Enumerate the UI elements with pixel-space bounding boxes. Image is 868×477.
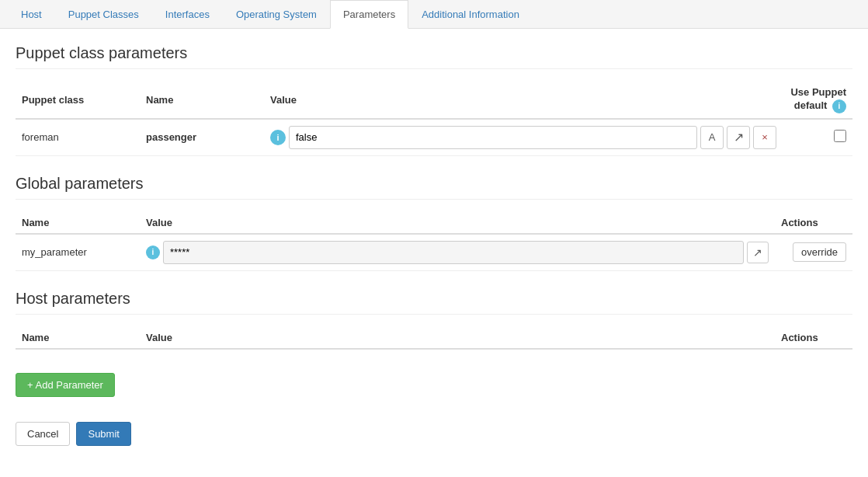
global-th-actions: Actions [775, 212, 852, 234]
font-icon-button[interactable]: A [700, 126, 724, 149]
tab-puppet-classes[interactable]: Puppet Classes [55, 0, 152, 29]
global-info-icon[interactable]: i [146, 245, 160, 259]
global-section-title: Global parameters [16, 175, 852, 200]
global-param-value-cell: i ↗ [140, 234, 775, 271]
tab-bar: Host Puppet Classes Interfaces Operating… [0, 0, 868, 29]
puppet-class-table: Puppet class Name Value Use Puppet defau… [16, 82, 852, 156]
main-content: Puppet class parameters Puppet class Nam… [0, 29, 868, 469]
tab-parameters[interactable]: Parameters [330, 0, 408, 29]
tab-host[interactable]: Host [8, 0, 55, 29]
table-row: my_parameter i ↗ override [16, 234, 852, 271]
clear-icon-button[interactable]: × [753, 126, 776, 149]
global-expand-button[interactable]: ↗ [747, 242, 769, 263]
th-name: Name [140, 82, 264, 119]
param-value-cell: i A ↗ × [264, 119, 783, 156]
host-th-value: Value [140, 327, 775, 349]
global-value-input[interactable] [163, 241, 744, 264]
th-value: Value [264, 82, 783, 119]
global-params-table: Name Value Actions my_parameter i ↗ [16, 212, 852, 271]
tab-additional-information[interactable]: Additional Information [408, 0, 533, 29]
cancel-button[interactable]: Cancel [16, 422, 70, 446]
puppet-default-cell [783, 119, 852, 156]
global-param-name-cell: my_parameter [16, 234, 140, 271]
puppet-class-cell: foreman [16, 119, 140, 156]
param-value-input[interactable] [289, 126, 697, 149]
puppet-default-info-icon[interactable]: i [832, 99, 846, 113]
expand-icon-button[interactable]: ↗ [727, 126, 750, 149]
global-th-value: Value [140, 212, 775, 234]
host-params-table: Name Value Actions [16, 327, 852, 350]
th-puppet-class: Puppet class [16, 82, 140, 119]
add-parameter-button[interactable]: + Add Parameter [16, 373, 115, 397]
submit-button[interactable]: Submit [76, 422, 130, 446]
form-actions: Cancel Submit [16, 422, 852, 446]
puppet-default-checkbox[interactable] [834, 130, 846, 142]
host-th-actions: Actions [775, 327, 852, 349]
global-th-name: Name [16, 212, 140, 234]
tab-interfaces[interactable]: Interfaces [152, 0, 223, 29]
tab-operating-system[interactable]: Operating System [223, 0, 330, 29]
host-section-title: Host parameters [16, 290, 852, 315]
global-actions-cell: override [775, 234, 852, 271]
table-row: foreman passenger i A ↗ × [16, 119, 852, 156]
param-info-icon[interactable]: i [270, 130, 286, 145]
th-use-puppet-default: Use Puppet default i [783, 82, 852, 119]
host-th-name: Name [16, 327, 140, 349]
param-name-cell: passenger [140, 119, 264, 156]
override-button[interactable]: override [793, 242, 846, 262]
puppet-class-section-title: Puppet class parameters [16, 44, 852, 69]
